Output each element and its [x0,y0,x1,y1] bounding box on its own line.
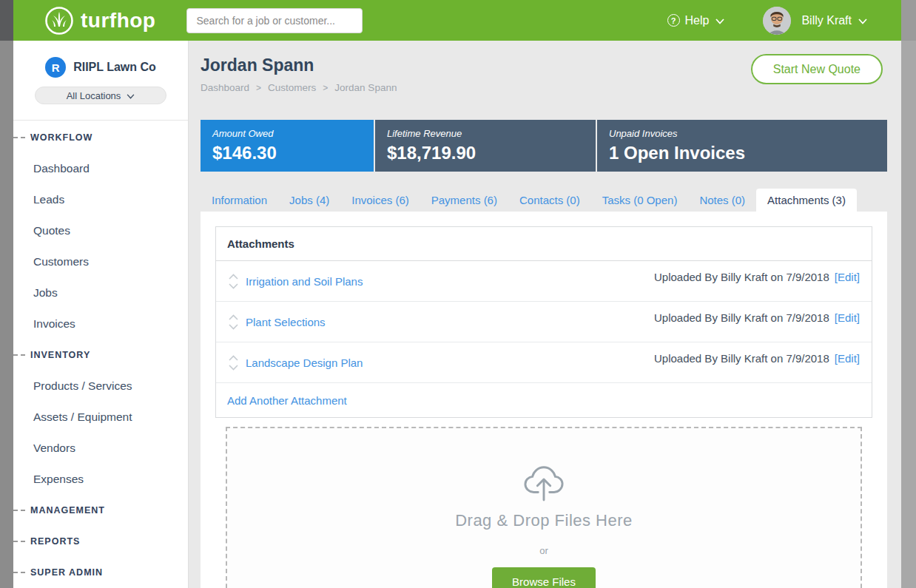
main-content: Jordan Spann Dashboard > Customers > Jor… [189,41,901,588]
nav-section-workflow: WORKFLOW [13,122,188,153]
location-selector[interactable]: All Locations [35,87,166,104]
company-badge: R [45,57,66,78]
help-menu[interactable]: ? Help [667,14,725,27]
chevron-down-icon[interactable] [858,14,867,27]
tab-notes[interactable]: Notes (0) [688,189,756,212]
chevron-up-icon [228,274,239,280]
nav-section-reports[interactable]: REPORTS [13,526,188,557]
breadcrumb-separator: > [256,83,261,93]
section-dash-icon [13,137,25,138]
chevron-down-icon [715,14,724,27]
chevron-down-icon [228,283,239,289]
stat-unpaid-invoices: Unpaid Invoices 1 Open Invoices [597,120,887,172]
company-switcher[interactable]: R RIIPL Lawn Co [13,57,188,78]
attachments-card-title: Attachments [216,227,872,261]
window-left-edge [0,0,13,588]
chevron-down-icon [228,324,239,330]
chevron-up-icon [228,355,239,361]
sidebar-item-expenses[interactable]: Expenses [13,464,188,495]
nav-section-management[interactable]: MANAGEMENT [13,495,188,526]
tab-contacts[interactable]: Contacts (0) [508,189,591,212]
brand-logo-home[interactable]: turfhop [44,6,155,36]
sidebar-item-dashboard[interactable]: Dashboard [13,153,188,184]
dropzone-or-label: or [227,545,861,556]
nav-section-inventory: INVENTORY [13,339,188,371]
customer-tabs: Information Jobs (4) Invoices (6) Paymen… [201,188,887,212]
edit-attachment-link[interactable]: [Edit] [835,311,860,324]
attachment-row: Landscape Design Plan Uploaded By Billy … [216,342,872,383]
dropzone-title: Drag & Drop Files Here [227,511,861,530]
window-right-edge [901,0,916,588]
edit-attachment-link[interactable]: [Edit] [835,271,860,283]
reorder-handle[interactable] [228,314,239,330]
browse-files-button[interactable]: Browse Files [492,567,596,588]
user-avatar[interactable] [763,7,791,35]
user-menu[interactable]: Billy Kraft [801,14,852,27]
help-label: Help [685,14,710,27]
section-dash-icon [13,541,25,542]
breadcrumb-separator: > [323,83,328,93]
attachment-meta: Uploaded By Billy Kraft on 7/9/2018[Edit… [654,271,860,283]
breadcrumb-current: Jordan Spann [334,82,397,93]
chevron-down-icon [228,365,239,371]
add-another-attachment-link[interactable]: Add Another Attachment [227,394,347,407]
company-name: RIIPL Lawn Co [73,61,156,74]
section-dash-icon [13,510,25,511]
tab-jobs[interactable]: Jobs (4) [278,189,340,212]
sidebar-item-products-services[interactable]: Products / Services [13,371,188,402]
stat-lifetime-revenue: Lifetime Revenue $18,719.90 [375,120,596,172]
attachments-card: Attachments Irrigation and Soil Plans Up… [215,226,872,418]
section-dash-icon [13,572,25,573]
attachment-link[interactable]: Landscape Design Plan [246,356,363,369]
sidebar-item-leads[interactable]: Leads [13,184,188,215]
top-navbar: turfhop ? Help [13,0,901,41]
reorder-handle[interactable] [228,355,239,371]
file-dropzone[interactable]: Drag & Drop Files Here or Browse Files [226,427,862,588]
sidebar-item-invoices[interactable]: Invoices [13,308,188,339]
tab-tasks[interactable]: Tasks (0 Open) [591,189,689,212]
sidebar-item-vendors[interactable]: Vendors [13,433,188,464]
section-dash-icon [13,354,25,356]
breadcrumb-dashboard[interactable]: Dashboard [201,82,249,93]
attachment-link[interactable]: Plant Selections [246,316,326,328]
nav-section-super-admin[interactable]: SUPER ADMIN [13,557,188,588]
sidebar-divider [13,120,188,121]
tab-invoices[interactable]: Invoices (6) [340,189,420,212]
tab-payments[interactable]: Payments (6) [420,189,508,212]
breadcrumb-customers[interactable]: Customers [268,82,316,93]
sidebar: R RIIPL Lawn Co All Locations WORKFLOW D… [13,41,189,588]
attachment-link[interactable]: Irrigation and Soil Plans [246,275,363,288]
tab-information[interactable]: Information [201,189,278,212]
sidebar-item-jobs[interactable]: Jobs [13,277,188,308]
brand-name: turfhop [81,9,155,33]
page-header: Jordan Spann Dashboard > Customers > Jor… [201,55,887,104]
attachment-meta: Uploaded By Billy Kraft on 7/9/2018[Edit… [654,311,860,324]
chevron-up-icon [228,314,239,320]
customer-stats-bar: Amount Owed $146.30 Lifetime Revenue $18… [201,120,887,172]
edit-attachment-link[interactable]: [Edit] [835,352,860,365]
turfhop-grass-icon [44,6,74,36]
attachment-meta: Uploaded By Billy Kraft on 7/9/2018[Edit… [654,352,860,365]
tab-attachments[interactable]: Attachments (3) [756,189,857,212]
help-icon: ? [667,14,680,27]
reorder-handle[interactable] [228,274,239,289]
attachment-row: Irrigation and Soil Plans Uploaded By Bi… [216,261,872,302]
sidebar-item-assets-equipment[interactable]: Assets / Equipment [13,402,188,433]
attachments-tab-panel: Attachments Irrigation and Soil Plans Up… [201,212,887,588]
global-search-input[interactable] [186,8,363,33]
stat-amount-owed: Amount Owed $146.30 [201,120,374,172]
cloud-upload-icon [521,462,567,505]
sidebar-item-quotes[interactable]: Quotes [13,215,188,246]
location-selector-label: All Locations [67,90,121,101]
sidebar-item-customers[interactable]: Customers [13,246,188,277]
start-new-quote-button[interactable]: Start New Quote [751,54,883,84]
chevron-down-icon [127,90,135,101]
app-window: turfhop ? Help [0,0,916,588]
attachment-row: Plant Selections Uploaded By Billy Kraft… [216,302,872,342]
add-attachment-row: Add Another Attachment [216,383,872,417]
sidebar-nav: WORKFLOW Dashboard Leads Quotes Customer… [13,122,188,588]
